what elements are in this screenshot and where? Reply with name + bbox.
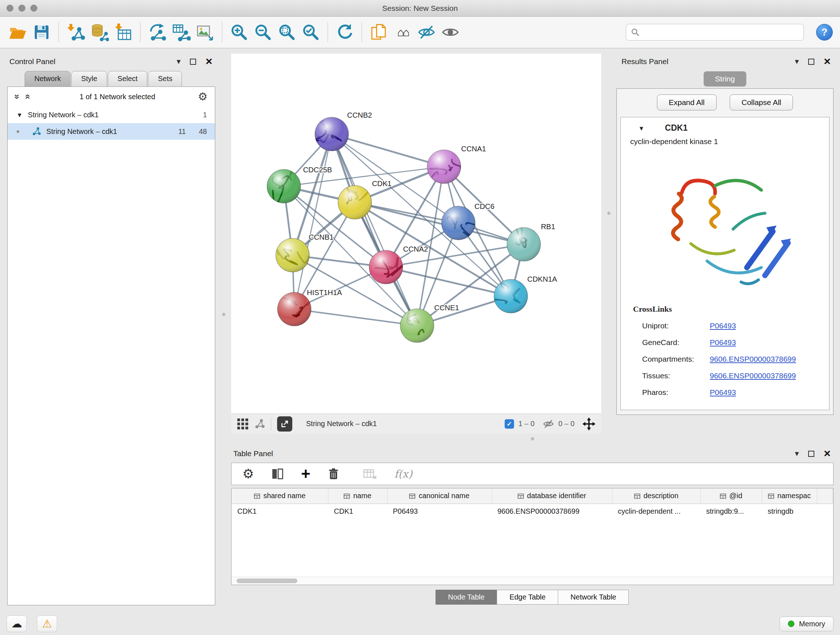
network-options-gear-icon[interactable]: ⚙ <box>198 91 208 102</box>
zoom-selected-button[interactable] <box>300 20 321 44</box>
float-panel-icon[interactable] <box>190 59 196 65</box>
add-column-icon[interactable]: + <box>301 467 310 480</box>
column-header-description[interactable]: description <box>612 488 700 504</box>
panel-menu-icon[interactable]: ▾ <box>795 450 799 458</box>
tab-node-table[interactable]: Node Table <box>436 590 497 605</box>
network-node-CCNB1[interactable]: CCNB1 <box>274 233 333 272</box>
table-cell[interactable]: stringdb <box>762 504 817 519</box>
import-network-from-database-button[interactable] <box>89 20 110 44</box>
network-edge[interactable] <box>294 134 332 309</box>
close-panel-icon[interactable]: × <box>205 57 212 66</box>
open-session-button[interactable] <box>7 20 28 44</box>
network-edge[interactable] <box>294 309 417 325</box>
network-node-CDK1[interactable]: CDK1 <box>338 180 392 219</box>
save-session-button[interactable] <box>31 20 52 44</box>
crosslink-link[interactable]: 9606.ENSP00000378699 <box>710 355 796 363</box>
section-caret-icon[interactable]: ▾ <box>639 124 643 133</box>
memory-button[interactable]: Memory <box>780 616 834 631</box>
network-node-CCNA1[interactable]: CCNA1 <box>423 145 486 187</box>
table-row[interactable]: CDK1CDK1P064939606.ENSP00000378699cyclin… <box>232 504 833 519</box>
collapse-all-icon[interactable]: » <box>13 94 22 99</box>
houses-button[interactable]: ⌂⌂ <box>392 20 413 44</box>
float-panel-icon[interactable] <box>808 451 814 457</box>
panel-menu-icon[interactable]: ▾ <box>795 57 799 65</box>
network-edge[interactable] <box>355 203 524 244</box>
network-overview-share-icon[interactable] <box>254 418 265 429</box>
crosslink-link[interactable]: P06493 <box>710 338 736 347</box>
table-options-gear-icon[interactable]: ⚙ <box>242 467 254 480</box>
protein-section-header[interactable]: ▾ CDK1 <box>621 117 829 135</box>
table-cell[interactable]: CDK1 <box>232 504 328 519</box>
column-header-namespac[interactable]: namespac <box>762 488 817 504</box>
network-edge[interactable] <box>386 267 511 296</box>
crosslink-link[interactable]: P06493 <box>710 321 736 330</box>
apply-layout-button[interactable] <box>334 20 355 44</box>
network-row-selected[interactable]: • String Network – cdk1 11 48 <box>8 123 215 140</box>
tab-sets[interactable]: Sets <box>148 71 182 87</box>
birds-eye-grid-icon[interactable] <box>237 418 248 430</box>
expand-all-icon[interactable]: « <box>24 94 33 99</box>
zoom-fit-button[interactable] <box>276 20 297 44</box>
column-header-database-identifier[interactable]: database identifier <box>492 488 612 504</box>
help-button[interactable]: ? <box>816 24 833 41</box>
crosslink-link[interactable]: 9606.ENSP00000378699 <box>710 371 796 380</box>
network-canvas[interactable]: CCNB2CCNA1CDC25BCDK1CDC6RB1CCNB1CCNA2CDK… <box>231 54 601 413</box>
horizontal-splitter[interactable] <box>231 434 834 446</box>
delete-column-trash-icon[interactable] <box>327 467 340 480</box>
maximize-window-icon[interactable] <box>30 5 37 11</box>
expand-all-button[interactable]: Expand All <box>657 95 717 111</box>
hide-glyphs-button[interactable] <box>416 20 437 44</box>
column-header-name[interactable]: name <box>328 488 387 504</box>
network-canvas-svg[interactable]: CCNB2CCNA1CDC25BCDK1CDC6RB1CCNB1CCNA2CDK… <box>231 54 601 413</box>
column-header--id[interactable]: @id <box>700 488 762 504</box>
minimize-window-icon[interactable] <box>19 5 25 11</box>
tab-select[interactable]: Select <box>108 71 148 87</box>
splitter-handle[interactable] <box>531 437 534 440</box>
network-collection-row[interactable]: ▾ String Network – cdk1 1 <box>8 106 215 123</box>
column-header-shared-name[interactable]: shared name <box>232 488 328 504</box>
crosslink-link[interactable]: P06493 <box>710 388 736 397</box>
column-header-canonical-name[interactable]: canonical name <box>387 488 492 504</box>
import-network-from-file-button[interactable] <box>65 20 86 44</box>
table-cell[interactable]: 9606.ENSP00000378699 <box>492 504 612 519</box>
splitter-handle[interactable] <box>607 212 611 215</box>
tab-style[interactable]: Style <box>71 71 107 87</box>
network-node-HIST1H1A[interactable]: HIST1H1A <box>278 288 342 326</box>
import-table-button[interactable] <box>113 20 134 44</box>
zoom-in-button[interactable] <box>229 20 249 44</box>
tab-edge-table[interactable]: Edge Table <box>497 590 558 605</box>
tab-network[interactable]: Network <box>25 71 71 87</box>
network-from-table-button[interactable] <box>171 20 192 44</box>
hidden-eye-slash-icon[interactable] <box>543 418 554 430</box>
float-panel-icon[interactable] <box>808 59 814 65</box>
close-panel-icon[interactable]: × <box>824 57 831 66</box>
cloud-status-button[interactable]: ☁ <box>6 616 27 632</box>
network-edge[interactable] <box>332 134 417 325</box>
table-cell[interactable]: cyclin-dependent ... <box>612 504 700 519</box>
network-node-RB1[interactable]: RB1 <box>507 223 555 261</box>
pan-move-icon[interactable] <box>583 417 595 431</box>
network-edge[interactable] <box>332 134 444 166</box>
warnings-button[interactable]: ⚠ <box>37 616 57 632</box>
copy-document-button[interactable] <box>368 20 389 44</box>
selected-checkbox-icon[interactable]: ✓ <box>505 419 514 429</box>
tab-string[interactable]: String <box>704 71 747 87</box>
table-horizontal-scrollbar[interactable] <box>232 577 833 585</box>
search-input[interactable] <box>640 24 799 40</box>
show-columns-icon[interactable] <box>271 467 284 481</box>
export-image-button[interactable] <box>195 20 216 44</box>
show-glyphs-button[interactable] <box>440 20 461 44</box>
network-node-CCNB2[interactable]: CCNB2 <box>313 111 372 151</box>
close-window-icon[interactable] <box>6 5 13 11</box>
close-panel-icon[interactable]: × <box>824 449 831 458</box>
scrollbar-thumb[interactable] <box>237 578 297 583</box>
detach-view-button[interactable] <box>277 416 292 432</box>
vertical-splitter[interactable] <box>601 54 616 434</box>
zoom-out-button[interactable] <box>253 20 273 44</box>
panel-menu-icon[interactable]: ▾ <box>177 57 180 65</box>
tab-network-table[interactable]: Network Table <box>558 590 629 605</box>
table-cell[interactable]: CDK1 <box>328 504 387 519</box>
table-cell[interactable]: stringdb:9... <box>700 504 762 519</box>
table-cell[interactable]: P06493 <box>387 504 492 519</box>
collapse-all-button[interactable]: Collapse All <box>729 95 793 111</box>
